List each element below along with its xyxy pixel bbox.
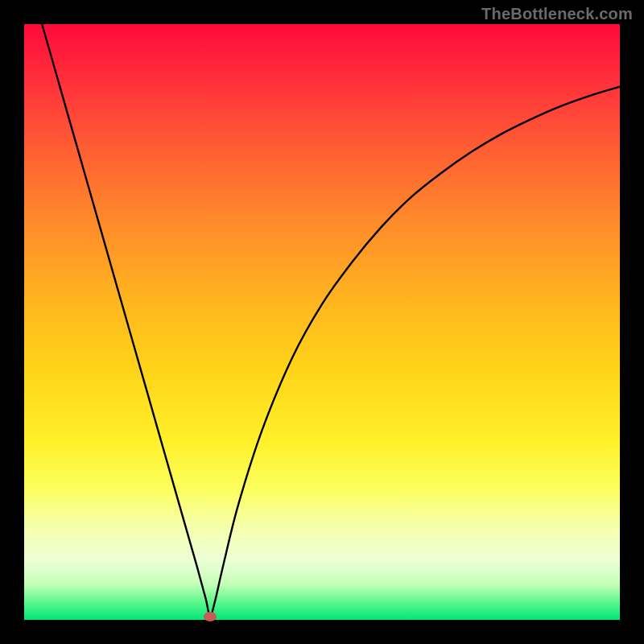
curve-svg <box>24 24 620 620</box>
chart-stage: TheBottleneck.com <box>0 0 644 644</box>
plot-area <box>24 24 620 620</box>
watermark-text: TheBottleneck.com <box>481 5 633 23</box>
bottleneck-curve <box>42 24 620 617</box>
optimal-point-marker <box>204 612 217 621</box>
